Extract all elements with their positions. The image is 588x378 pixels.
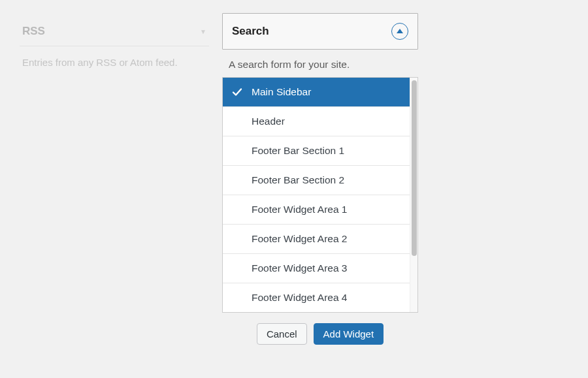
scrollbar[interactable] — [410, 78, 417, 312]
cancel-button[interactable]: Cancel — [257, 323, 307, 345]
arrow-up-icon — [397, 29, 403, 33]
area-item[interactable]: Main Sidebar — [223, 78, 410, 107]
area-item-label: Footer Widget Area 2 — [252, 233, 347, 244]
scroll-thumb[interactable] — [412, 80, 417, 256]
widget-area-list: Main SidebarHeaderFooter Bar Section 1Fo… — [222, 77, 418, 313]
area-item-label: Footer Widget Area 4 — [252, 292, 347, 303]
area-item[interactable]: Footer Widget Area 3 — [223, 254, 410, 283]
rss-title: RSS — [22, 25, 45, 38]
rss-description: Entries from any RSS or Atom feed. — [20, 46, 209, 71]
check-icon — [232, 87, 242, 97]
collapse-icon[interactable] — [391, 23, 408, 40]
area-item-label: Footer Bar Section 1 — [252, 145, 344, 156]
area-item[interactable]: Footer Widget Area 2 — [223, 225, 410, 254]
area-item-label: Footer Bar Section 2 — [252, 174, 344, 185]
area-item[interactable]: Footer Widget Area 4 — [223, 283, 410, 312]
add-widget-button[interactable]: Add Widget — [314, 323, 384, 345]
area-item[interactable]: Footer Bar Section 1 — [223, 136, 410, 166]
area-item[interactable]: Footer Widget Area 1 — [223, 195, 410, 225]
search-description: A search form for your site. — [222, 50, 418, 77]
area-item[interactable]: Header — [223, 107, 410, 136]
chevron-down-icon: ▼ — [200, 28, 206, 35]
widget-actions: Cancel Add Widget — [222, 313, 418, 345]
widget-search-header[interactable]: Search — [222, 13, 418, 50]
area-item-label: Header — [252, 116, 285, 127]
area-item[interactable]: Footer Bar Section 2 — [223, 166, 410, 195]
search-title: Search — [232, 25, 269, 38]
area-item-label: Main Sidebar — [252, 86, 311, 97]
widget-rss-header[interactable]: RSS ▼ — [20, 21, 209, 46]
area-item-label: Footer Widget Area 1 — [252, 204, 347, 215]
area-item-label: Footer Widget Area 3 — [252, 262, 347, 274]
